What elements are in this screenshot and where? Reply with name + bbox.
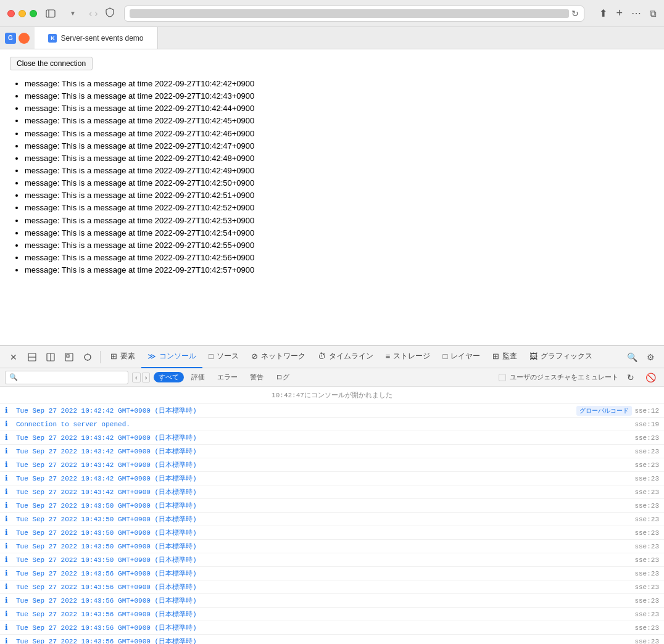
extensions-icon[interactable]: ⋯ (631, 7, 641, 19)
log-line-reference[interactable]: sse:23 (634, 502, 659, 510)
log-line-reference[interactable]: sse:23 (634, 611, 659, 618)
log-line-reference[interactable]: sse:19 (634, 421, 659, 428)
log-line-reference[interactable]: sse:23 (634, 529, 659, 537)
log-line-reference[interactable]: sse:23 (634, 516, 659, 523)
console-right-icons: ↻ 🚫 (622, 369, 659, 386)
devtools-close-button[interactable]: ✕ (5, 349, 22, 366)
list-item: message: This is a message at time 2022-… (25, 189, 654, 202)
devtools-tab-監査[interactable]: ⊞監査 (486, 346, 523, 368)
log-line-reference[interactable]: sse:23 (634, 434, 659, 442)
log-source-info: sse:23 (634, 516, 659, 523)
extension-g-icon[interactable]: G (5, 33, 16, 44)
devtools-layout-1-button[interactable] (23, 349, 41, 366)
devtools-settings-button[interactable]: ⚙ (642, 349, 659, 366)
shield-icon (106, 7, 114, 19)
devtools-tab-要素[interactable]: ⊞要素 (104, 346, 141, 368)
devtools-layout-2-button[interactable] (42, 349, 59, 366)
console-log-row: ℹConnection to server opened.sse:19 (0, 418, 664, 431)
close-connection-button[interactable]: Close the connection (10, 57, 93, 70)
filter-pill-ログ[interactable]: ログ (271, 372, 294, 382)
devtools-tab-コンソール[interactable]: ≫コンソール (141, 346, 202, 368)
console-log-row: ℹTue Sep 27 2022 10:43:50 GMT+0900 (日本標準… (0, 540, 664, 553)
devtools-tab-icon: ⊞ (110, 352, 117, 361)
log-source-badge: グローバルコード (576, 406, 632, 416)
devtools-tab-ネットワーク[interactable]: ⊘ネットワーク (245, 346, 312, 368)
devtools-tab-タイムライン[interactable]: ⏱タイムライン (312, 346, 380, 368)
log-type-icon: ℹ (5, 542, 12, 551)
log-source-info: sse:23 (634, 543, 659, 550)
reload-icon[interactable]: ↻ (571, 9, 579, 19)
devtools-search-button[interactable]: 🔍 (623, 349, 641, 366)
filter-pill-警告[interactable]: 警告 (245, 372, 268, 382)
log-type-icon: ℹ (5, 569, 12, 578)
sidebar-toggle-chevron[interactable]: ▼ (64, 5, 81, 22)
log-type-icon: ℹ (5, 460, 12, 469)
list-item: message: This is a message at time 2022-… (25, 90, 654, 102)
log-line-reference[interactable]: sse:23 (634, 556, 659, 564)
log-line-reference[interactable]: sse:23 (634, 543, 659, 550)
log-line-reference[interactable]: sse:23 (634, 475, 659, 482)
url-text (130, 9, 570, 18)
list-item: message: This is a message at time 2022-… (25, 252, 654, 264)
log-type-icon: ℹ (5, 596, 12, 605)
console-refresh-button[interactable]: ↻ (622, 369, 639, 386)
maximize-window-button[interactable] (30, 10, 37, 17)
back-button[interactable]: ‹ (89, 8, 92, 19)
log-source-info: sse:23 (634, 638, 659, 645)
console-clear-button[interactable]: 🚫 (642, 369, 659, 386)
filter-pills: すべて評価エラー警告ログ (154, 372, 294, 382)
log-type-icon: ℹ (5, 447, 12, 456)
new-tab-icon[interactable]: + (616, 7, 623, 20)
filter-pill-エラー[interactable]: エラー (212, 372, 243, 382)
filter-prev-button[interactable]: ‹ (132, 373, 141, 382)
log-line-reference[interactable]: sse:12 (634, 407, 659, 415)
log-text: Tue Sep 27 2022 10:43:42 GMT+0900 (日本標準時… (16, 433, 631, 442)
devtools-tab-レイヤー[interactable]: □レイヤー (436, 346, 486, 368)
log-text: Tue Sep 27 2022 10:43:42 GMT+0900 (日本標準時… (16, 447, 631, 456)
filter-pill-すべて[interactable]: すべて (154, 372, 184, 382)
console-search-box[interactable]: 🔍 (5, 371, 128, 384)
svg-rect-7 (67, 355, 69, 357)
devtools-tab-ソース[interactable]: □ソース (202, 346, 245, 368)
log-text: Tue Sep 27 2022 10:43:50 GMT+0900 (日本標準時… (16, 542, 631, 551)
extensions-area: G (0, 33, 35, 44)
filter-next-button[interactable]: › (142, 373, 151, 382)
share-icon[interactable]: ⬆ (599, 7, 607, 19)
log-text: Tue Sep 27 2022 10:43:56 GMT+0900 (日本標準時… (16, 596, 631, 605)
toolbar-separator-1 (100, 351, 101, 363)
log-line-reference[interactable]: sse:23 (634, 448, 659, 455)
devtools-tab-グラフィックス[interactable]: 🖼グラフィックス (523, 346, 599, 368)
log-source-info: sse:23 (634, 434, 659, 442)
console-log-row: ℹTue Sep 27 2022 10:43:50 GMT+0900 (日本標準… (0, 526, 664, 540)
devtools-tab-ストレージ[interactable]: ≡ストレージ (380, 346, 437, 368)
sidebar-toggle-button[interactable] (42, 5, 59, 22)
log-line-reference[interactable]: sse:23 (634, 597, 659, 605)
log-line-reference[interactable]: sse:23 (634, 461, 659, 469)
log-line-reference[interactable]: sse:23 (634, 570, 659, 577)
devtools-tab-label: タイムライン (329, 351, 373, 361)
devtools-tabs: ⊞要素≫コンソール□ソース⊘ネットワーク⏱タイムライン≡ストレージ□レイヤー⊞監… (104, 346, 622, 368)
minimize-window-button[interactable] (19, 10, 26, 17)
list-item: message: This is a message at time 2022-… (25, 128, 654, 140)
browser-tab[interactable]: K Server-sent events demo (35, 27, 158, 49)
forward-button[interactable]: › (94, 8, 98, 19)
window-copy-icon[interactable]: ⧉ (650, 8, 657, 19)
log-line-reference[interactable]: sse:23 (634, 584, 659, 591)
gesture-checkbox[interactable] (499, 374, 506, 381)
log-type-icon: ℹ (5, 406, 12, 415)
close-window-button[interactable] (7, 10, 15, 17)
console-log-row: ℹTue Sep 27 2022 10:43:42 GMT+0900 (日本標準… (0, 445, 664, 458)
log-source-info: sse:23 (634, 556, 659, 564)
url-bar[interactable]: ↻ (124, 6, 585, 22)
devtools-inspect-button[interactable] (79, 349, 96, 366)
extension-dots-icon[interactable] (19, 33, 30, 44)
log-line-reference[interactable]: sse:23 (634, 624, 659, 632)
tab-bar: G K Server-sent events demo (0, 27, 664, 49)
console-log-row: ℹTue Sep 27 2022 10:43:56 GMT+0900 (日本標準… (0, 567, 664, 580)
log-line-reference[interactable]: sse:23 (634, 638, 659, 645)
tab-favicon: K (48, 34, 57, 43)
filter-pill-評価[interactable]: 評価 (186, 372, 210, 382)
log-line-reference[interactable]: sse:23 (634, 489, 659, 496)
list-item: message: This is a message at time 2022-… (25, 165, 654, 177)
devtools-dock-button[interactable] (60, 349, 78, 366)
